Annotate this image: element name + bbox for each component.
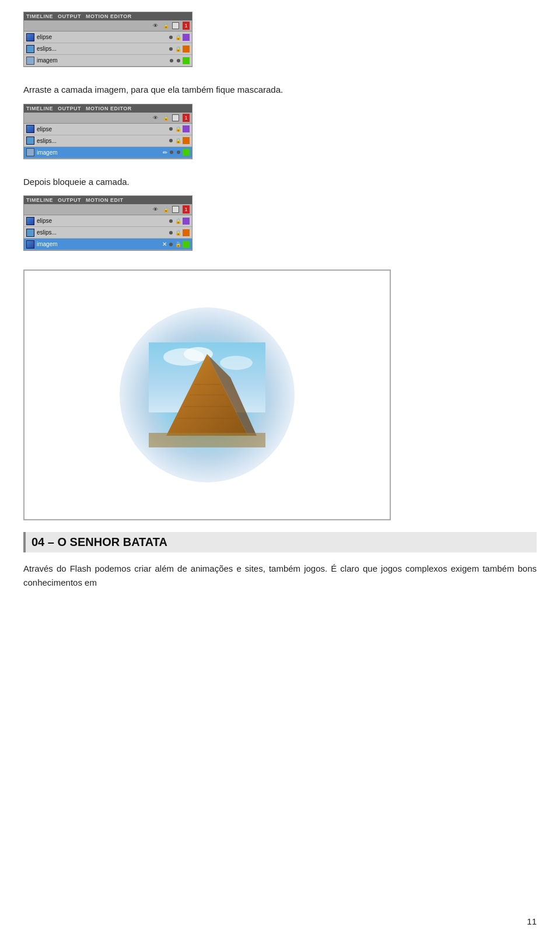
output-label-1: OUTPUT	[58, 13, 81, 19]
timeline-header-1: TIMELINE OUTPUT MOTION EDITOR	[24, 12, 192, 20]
timeline-controls-3: 👁 🔒 1	[24, 204, 192, 215]
imagem-icon-2	[26, 148, 34, 156]
dot11	[169, 243, 173, 246]
output-label-3: OUTPUT	[58, 197, 81, 203]
lock-marker-4: 🔒	[175, 138, 181, 144]
dot1	[169, 36, 173, 39]
box-icon-3	[172, 206, 179, 213]
lock-marker-3: 🔒	[175, 126, 181, 132]
frame-number-3: 1	[183, 205, 190, 214]
timeline-controls-2: 👁 🔒 1	[24, 113, 192, 124]
lock-icon-1: 🔒	[162, 22, 170, 30]
elipse-color-2	[183, 125, 190, 132]
elipse-tools-1: 🔒	[168, 34, 181, 40]
imagem-tools-3: ✕ 🔒	[162, 241, 181, 247]
elipse-icon-1	[26, 33, 34, 41]
timeline-controls-1: 👁 🔒 1	[24, 20, 192, 32]
eslips-icon-3	[26, 229, 34, 237]
elipse-color-3	[183, 218, 190, 225]
timeline-panel-2: TIMELINE OUTPUT MOTION EDITOR 👁 🔒 1 elip…	[23, 104, 192, 159]
layer-eslips-3: eslips... 🔒	[24, 227, 192, 239]
preview-box	[23, 270, 391, 520]
dot9	[169, 219, 173, 223]
eslips-tools-3: 🔒	[168, 230, 181, 236]
frame-number-2: 1	[183, 114, 190, 122]
lock-icon-2: 🔒	[162, 114, 170, 122]
eslips-icon-2	[26, 136, 34, 145]
pencil-mark-2: ✏	[163, 149, 167, 156]
eye-icon-2: 👁	[151, 114, 159, 122]
motion-editor-label-1: MOTION EDITOR	[86, 13, 132, 19]
pyramid-circle	[120, 307, 295, 482]
elipse-name-1: elipse	[37, 34, 168, 40]
timeline-label-1: TIMELINE	[26, 13, 53, 19]
layer-elipse-3: elipse 🔒	[24, 215, 192, 227]
motion-editor-label-3: MOTION EDIT	[86, 197, 124, 203]
lock-marker-7: 🔒	[175, 242, 181, 247]
timeline-label-2: TIMELINE	[26, 106, 53, 111]
svg-point-3	[220, 356, 253, 370]
box-icon-1	[172, 22, 179, 29]
timeline-label-3: TIMELINE	[26, 197, 53, 203]
eslips-color-2	[183, 137, 190, 144]
section-heading: 04 – O SENHOR BATATA	[23, 532, 537, 552]
elipse-tools-3: 🔒	[168, 218, 181, 224]
text-depois: Depois bloqueie a camada.	[23, 176, 537, 189]
dot8	[177, 150, 180, 154]
eslips-icon-1	[26, 45, 34, 53]
dot4	[177, 59, 180, 62]
box-icon-2	[172, 114, 179, 121]
timeline-header-2: TIMELINE OUTPUT MOTION EDITOR	[24, 104, 192, 113]
text-arraste: Arraste a camada imagem, para que ela ta…	[23, 83, 537, 97]
elipse-icon-2	[26, 125, 34, 133]
x-mark-3: ✕	[162, 241, 167, 247]
imagem-color-2	[183, 149, 190, 156]
elipse-color-1	[183, 34, 190, 41]
imagem-color-1	[183, 57, 190, 64]
eslips-color-1	[183, 46, 190, 52]
timeline-panel-1: TIMELINE OUTPUT MOTION EDITOR 👁 🔒 1 elip…	[23, 12, 192, 67]
lock-marker-6: 🔒	[175, 230, 181, 236]
eye-icon-1: 👁	[151, 22, 159, 30]
dot6	[169, 139, 173, 142]
layer-elipse-1: elipse 🔒	[24, 32, 192, 43]
timeline-header-3: TIMELINE OUTPUT MOTION EDIT	[24, 196, 192, 204]
layer-elipse-2: elipse 🔒	[24, 124, 192, 135]
imagem-color-3	[183, 241, 190, 248]
layer-imagem-3-locked: imagem ✕ 🔒	[24, 239, 192, 250]
eslips-name-3: eslips...	[37, 229, 168, 236]
imagem-tools-1	[169, 59, 181, 62]
layer-eslips-1: eslips... 🔒	[24, 43, 192, 55]
layer-imagem-1: imagem	[24, 55, 192, 66]
output-label-2: OUTPUT	[58, 106, 81, 111]
lock-marker-5: 🔒	[175, 218, 181, 224]
eslips-color-3	[183, 229, 190, 236]
pyramid-image	[149, 342, 265, 447]
lock-marker-1: 🔒	[175, 34, 181, 40]
imagem-name-2: imagem	[37, 149, 163, 156]
elipse-icon-3	[26, 217, 34, 225]
eye-icon-3: 👁	[151, 205, 159, 214]
lock-icon-3: 🔒	[162, 205, 170, 214]
elipse-name-2: elipse	[37, 126, 168, 132]
eslips-name-1: eslips...	[37, 46, 168, 52]
lock-marker-2: 🔒	[175, 46, 181, 52]
layer-imagem-2-active: imagem ✏	[24, 147, 192, 159]
layer-eslips-2: eslips... 🔒	[24, 135, 192, 147]
eslips-tools-2: 🔒	[168, 138, 181, 144]
pyramid-svg	[149, 342, 265, 447]
imagem-icon-1	[26, 57, 34, 65]
dot2	[169, 47, 173, 51]
page-number: 11	[527, 916, 537, 926]
dot7	[170, 150, 173, 154]
imagem-name-3: imagem	[37, 241, 162, 247]
motion-editor-label-2: MOTION EDITOR	[86, 106, 132, 111]
eslips-name-2: eslips...	[37, 138, 168, 144]
svg-rect-10	[149, 433, 265, 447]
elipse-name-3: elipse	[37, 218, 168, 224]
dot3	[170, 59, 173, 62]
eslips-tools-1: 🔒	[168, 46, 181, 52]
dot10	[169, 231, 173, 235]
imagem-icon-3	[26, 240, 34, 249]
elipse-tools-2: 🔒	[168, 126, 181, 132]
